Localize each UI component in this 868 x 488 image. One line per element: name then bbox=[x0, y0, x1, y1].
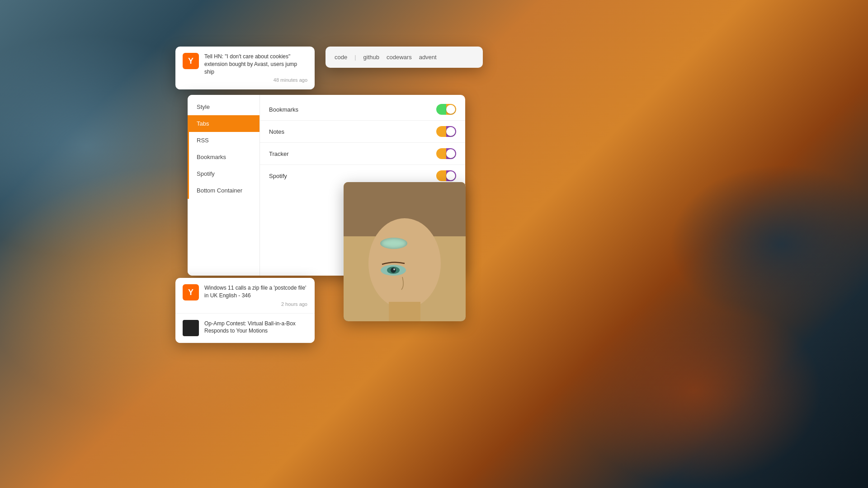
toggle-bookmarks[interactable] bbox=[436, 104, 456, 115]
svg-rect-7 bbox=[389, 302, 420, 321]
hn-item-3[interactable]: Op-Amp Contest: Virtual Ball-in-a-Box Re… bbox=[175, 314, 315, 343]
hn-title-2: Windows 11 calls a zip file a 'postcode … bbox=[204, 284, 307, 300]
hn-time-2: 2 hours ago bbox=[204, 301, 307, 307]
toggle-spotify[interactable] bbox=[436, 170, 456, 181]
nav-codewars[interactable]: codewars bbox=[387, 54, 412, 61]
toggle-thumb-bookmarks bbox=[446, 105, 455, 114]
toggle-tracker[interactable] bbox=[436, 148, 456, 159]
toggle-thumb-tracker bbox=[446, 149, 455, 158]
toggle-label-notes: Notes bbox=[269, 128, 284, 135]
hn-logo: Y bbox=[183, 53, 199, 69]
accent-bar-bottom bbox=[188, 182, 189, 199]
code-window: code | github codewars advent bbox=[326, 47, 483, 68]
portrait-svg bbox=[344, 182, 466, 321]
hn-content-3: Op-Amp Contest: Virtual Ball-in-a-Box Re… bbox=[204, 320, 307, 335]
hn-window-top: Y Tell HN: "I don't care about cookies" … bbox=[175, 47, 315, 89]
svg-point-5 bbox=[391, 267, 396, 273]
hn-logo-3 bbox=[183, 320, 199, 336]
portrait-bg bbox=[344, 182, 466, 321]
hn-logo-2: Y bbox=[183, 284, 199, 300]
accent-bar-bookmarks bbox=[188, 149, 189, 165]
windows-container: Y Tell HN: "I don't care about cookies" … bbox=[0, 0, 868, 488]
hn-content: Tell HN: "I don't care about cookies" ex… bbox=[204, 53, 307, 83]
portrait-window bbox=[344, 182, 466, 321]
sidebar-item-bookmarks[interactable]: Bookmarks bbox=[188, 149, 259, 165]
toggle-label-tracker: Tracker bbox=[269, 150, 289, 157]
accent-bar-rss bbox=[188, 132, 189, 149]
hn-content-2: Windows 11 calls a zip file a 'postcode … bbox=[204, 284, 307, 307]
nav-divider: | bbox=[354, 54, 356, 61]
toggle-row-notes: Notes bbox=[260, 121, 465, 143]
settings-sidebar: Style Tabs RSS Bookmarks Spotify Bottom … bbox=[188, 95, 260, 276]
hn-title: Tell HN: "I don't care about cookies" ex… bbox=[204, 53, 307, 75]
toggle-row-bookmarks: Bookmarks bbox=[260, 99, 465, 121]
sidebar-item-tabs[interactable]: Tabs bbox=[188, 115, 259, 132]
toggle-notes[interactable] bbox=[436, 126, 456, 137]
sidebar-item-rss[interactable]: RSS bbox=[188, 132, 259, 149]
toggle-thumb-spotify bbox=[446, 171, 455, 180]
hn-title-3: Op-Amp Contest: Virtual Ball-in-a-Box Re… bbox=[204, 320, 307, 335]
nav-advent[interactable]: advent bbox=[419, 54, 437, 61]
hn-item-1[interactable]: Y Tell HN: "I don't care about cookies" … bbox=[175, 47, 315, 89]
toggle-thumb-notes bbox=[446, 127, 455, 136]
toggle-label-bookmarks: Bookmarks bbox=[269, 106, 298, 113]
nav-code[interactable]: code bbox=[335, 54, 347, 61]
sidebar-item-style[interactable]: Style bbox=[188, 99, 259, 115]
svg-point-6 bbox=[393, 268, 395, 270]
accent-bar-spotify bbox=[188, 165, 189, 182]
hn-item-2[interactable]: Y Windows 11 calls a zip file a 'postcod… bbox=[175, 278, 315, 314]
toggle-row-tracker: Tracker bbox=[260, 143, 465, 165]
sidebar-item-spotify[interactable]: Spotify bbox=[188, 165, 259, 182]
code-nav: code | github codewars advent bbox=[335, 54, 474, 61]
hn-window-bottom: Y Windows 11 calls a zip file a 'postcod… bbox=[175, 278, 315, 343]
sidebar-item-bottom-container[interactable]: Bottom Container bbox=[188, 182, 259, 199]
hn-time: 48 minutes ago bbox=[204, 77, 307, 83]
toggle-label-spotify: Spotify bbox=[269, 173, 287, 179]
nav-github[interactable]: github bbox=[363, 54, 379, 61]
